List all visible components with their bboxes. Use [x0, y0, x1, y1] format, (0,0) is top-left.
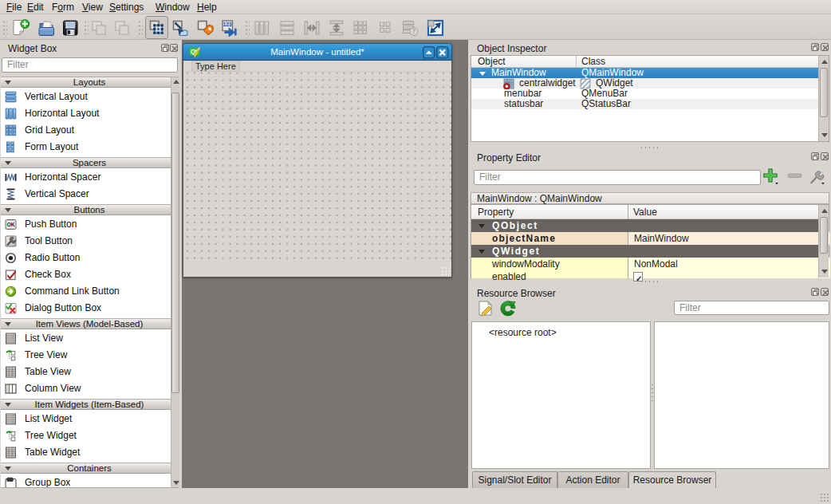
svg-text:?: ? [412, 28, 416, 35]
svg-text:OK: OK [7, 222, 15, 227]
svg-text:123: 123 [223, 22, 233, 27]
